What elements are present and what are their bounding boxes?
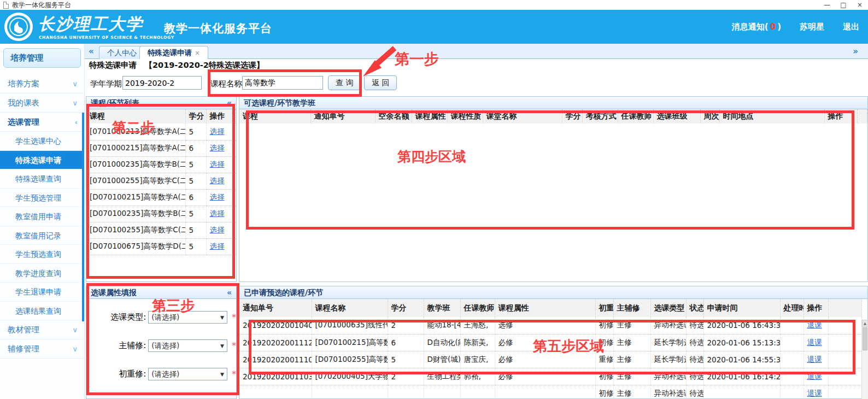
app-header: 长沙理工大学 CHANGSHA UNIVERSITY OF SCIENCE & … <box>0 10 868 44</box>
sidebar-item-textbook-mgmt[interactable]: 教材管理∨ <box>0 320 84 339</box>
major-minor-cell: 主修 <box>613 368 650 385</box>
column-header: 主辅修 <box>613 299 650 317</box>
first-retake-dropdown[interactable]: (请选择)▼ <box>148 368 227 380</box>
drop-course-link[interactable]: 退课 <box>807 355 822 363</box>
action-cell: 退课 <box>804 351 828 368</box>
tab-special-selection-apply[interactable]: 特殊选课申请× <box>139 46 208 59</box>
sidebar-item-preselect-query[interactable]: 学生预选查询 <box>0 245 84 264</box>
process-time-cell <box>780 385 804 399</box>
collapse-panel-icon[interactable]: « <box>227 97 232 109</box>
sidebar-item-special-selection-apply[interactable]: 特殊选课申请 <box>0 151 84 170</box>
first-retake-cell: 初修 <box>595 385 613 399</box>
select-course-link[interactable]: 选择 <box>210 127 225 136</box>
notifications-link[interactable]: 消息通知(0) <box>732 22 781 32</box>
logout-button[interactable]: 退出 <box>843 22 859 32</box>
major-minor-cell: 主修 <box>613 317 650 334</box>
teacher-cell: 郭裕, <box>460 368 495 385</box>
sidebar-item-teaching-progress-query[interactable]: 教学进度查询 <box>0 264 84 283</box>
apply-time-cell: 2020-01-06 16:43:30 <box>703 317 780 334</box>
teaching-class-cell: 生物工程类1 <box>424 368 460 385</box>
sidebar-item-classroom-borrow-apply[interactable]: 教室借用申请 <box>0 207 84 226</box>
minimize-button[interactable]: — <box>819 1 835 9</box>
course-name-input[interactable] <box>242 76 323 90</box>
tab-scroll-right-icon[interactable]: » <box>853 46 858 56</box>
sidebar-item-training-plan[interactable]: 培养方案∨ <box>0 74 84 93</box>
major-minor-dropdown[interactable]: (请选择)▼ <box>148 339 227 352</box>
vertical-scrollbar[interactable]: ▲ <box>861 320 868 399</box>
course-name-label: 课程名称: <box>210 79 245 89</box>
close-button[interactable]: × <box>852 1 868 9</box>
column-header: 选课班级 <box>653 109 700 124</box>
sidebar-item-course-drop-apply[interactable]: 学生退课申请 <box>0 283 84 302</box>
select-course-link[interactable]: 选择 <box>210 143 225 152</box>
column-header: 申请时间 <box>703 299 780 317</box>
attribute-panel: 选课属性填报« 选课类型: (请选择)▼ * 主辅修: (请选择)▼ * 初重修… <box>86 286 237 399</box>
process-time-cell <box>780 351 804 368</box>
column-header: 任课教师 <box>618 109 653 124</box>
teaching-class-cell: D财管(城)19 <box>424 351 460 368</box>
notice-no-cell: 20192020200111028 <box>239 351 312 368</box>
sidebar-item-classroom-borrow-record[interactable]: 教室借用记录 <box>0 226 84 245</box>
credit-cell: 5 <box>185 156 206 173</box>
select-course-link[interactable]: 选择 <box>210 209 225 218</box>
column-header: 课程 <box>86 109 185 124</box>
course-row: [0701000215]高等数学A(二) 6 选择 <box>86 140 236 156</box>
filler-cell <box>828 334 862 351</box>
dropdown-arrow-icon: ▼ <box>220 343 227 349</box>
column-header: 周次 <box>700 109 719 124</box>
select-type-dropdown[interactable]: (请选择)▼ <box>148 311 227 324</box>
tab-scroll-left-icon[interactable]: « <box>89 46 94 56</box>
column-header: 处理时间 <box>780 299 804 317</box>
chevron-down-icon: ∨ <box>72 74 78 93</box>
user-name[interactable]: 苏明星 <box>800 22 824 32</box>
select-course-link[interactable]: 选择 <box>210 225 225 234</box>
collapse-panel-icon[interactable]: « <box>227 286 232 298</box>
select-course-link[interactable]: 选择 <box>210 242 225 250</box>
select-course-link[interactable]: 选择 <box>210 192 225 201</box>
column-header: 课程性质 <box>447 109 483 124</box>
chevron-down-icon: ∨ <box>72 93 78 113</box>
course-row: [0701000213]高等数学A(二) 5 选择 <box>86 124 236 140</box>
action-cell: 选择 <box>206 238 236 255</box>
drop-course-link[interactable]: 退课 <box>807 389 822 397</box>
applied-row: 20192020200111257 [D070100215]高等数学A(二) 6… <box>239 334 862 351</box>
university-name-en: CHANGSHA UNIVERSITY OF SCIENCE & TECHNOL… <box>39 35 174 40</box>
sidebar-item-minor-mgmt[interactable]: 辅修管理∨ <box>0 339 84 359</box>
column-header: 初重修 <box>595 299 613 317</box>
drop-course-link[interactable]: 退课 <box>807 320 822 329</box>
tab-close-icon[interactable]: × <box>195 49 200 57</box>
application-window: 教学一体化服务平台 — □ × 长沙理工大学 CHANGSHA UNIVERSI… <box>0 0 868 399</box>
sidebar-item-preselect-mgmt[interactable]: 学生预选管理 <box>0 189 84 208</box>
sidebar-item-student-selection-center[interactable]: 学生选课中心 <box>0 132 84 151</box>
column-header: 学分 <box>388 299 424 317</box>
tab-personal-center[interactable]: 个人中心 <box>99 46 145 59</box>
sidebar-item-my-timetable[interactable]: 我的课表∨ <box>0 93 84 113</box>
column-header: 课堂名称 <box>483 109 562 124</box>
term-input[interactable] <box>122 76 202 90</box>
scroll-up-icon[interactable]: ▲ <box>862 320 868 327</box>
select-course-link[interactable]: 选择 <box>210 176 225 185</box>
drop-course-link[interactable]: 退课 <box>807 372 822 380</box>
first-retake-cell: 初修 <box>595 334 613 351</box>
column-header: 通知单号 <box>239 299 312 317</box>
column-header: 课程 <box>239 109 310 124</box>
filler-cell <box>828 351 862 368</box>
teaching-class-cell: 能动18-[4-6] <box>424 317 460 334</box>
applied-courses-panel-header: 已申请预选的课程/环节 <box>239 286 867 299</box>
sidebar-item-selection-result-query[interactable]: 选课结果查询 <box>0 302 84 321</box>
major-minor-cell: 主修 <box>613 334 650 351</box>
maximize-button[interactable]: □ <box>835 1 852 9</box>
sidebar-item-special-selection-query[interactable]: 特殊选课查询 <box>0 169 84 189</box>
sidebar-item-course-selection-mgmt[interactable]: 选课管理‹ <box>0 113 84 132</box>
action-cell: 选择 <box>206 206 236 222</box>
drop-course-link[interactable]: 退课 <box>807 338 822 347</box>
search-button[interactable]: 查 询 <box>328 75 361 90</box>
back-button[interactable]: 返 回 <box>364 75 397 90</box>
course-row: [D070100215]高等数学A(二) 6 选择 <box>86 189 236 206</box>
column-header: 任课教师 <box>460 299 495 317</box>
scrollbar-thumb[interactable] <box>863 327 867 350</box>
select-course-link[interactable]: 选择 <box>210 160 225 168</box>
select-type-cell: 延长学制选课 <box>650 334 686 351</box>
credit-cell: 5 <box>185 238 206 255</box>
window-title: 教学一体化服务平台 <box>12 1 71 10</box>
